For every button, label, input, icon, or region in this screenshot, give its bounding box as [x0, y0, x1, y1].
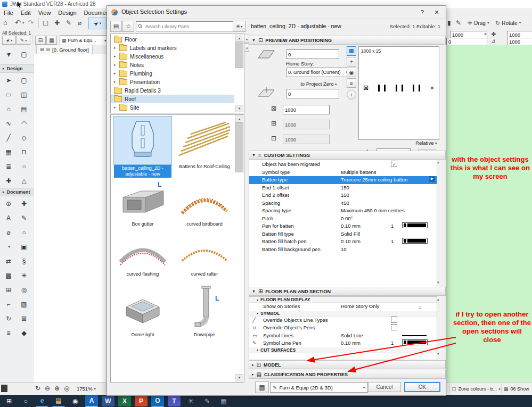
scroll-down-icon[interactable]: ▾	[437, 352, 439, 356]
menu-edit[interactable]: Edit	[17, 9, 35, 16]
pen-icon[interactable]: ▮	[447, 19, 451, 27]
library-part[interactable]: curved flashing	[112, 232, 174, 283]
expand-icon[interactable]: ▸	[114, 105, 119, 110]
folder-row[interactable]: ▸Miscellaneous	[111, 52, 234, 61]
pen-swatch[interactable]	[402, 238, 428, 244]
taskbar-icon-settings[interactable]: ✳	[184, 396, 197, 406]
add-icon[interactable]: ✚	[54, 19, 60, 27]
folder-row-selected[interactable]: ▸Roof	[111, 95, 234, 103]
taskbar-icon-word[interactable]: W	[102, 396, 114, 406]
document-tool-icon[interactable]: ⊞	[2, 283, 15, 297]
zone-colours-button[interactable]: ▢ Zone colours - tr... ▸	[449, 384, 503, 393]
close-button[interactable]: ✕	[432, 8, 441, 16]
section-floor-plan[interactable]: ▼ ⊞ FLOOR PLAN AND SECTION	[249, 287, 446, 296]
setting-row[interactable]: Batten fill hatch pen0.10 mm1	[249, 238, 437, 246]
scrollbar-thumb[interactable]	[235, 122, 243, 172]
library-part[interactable]: Downpipe	[174, 283, 235, 348]
crosshair-icon[interactable]: ✚	[491, 31, 496, 38]
taskbar-icon-start[interactable]: ⊞	[3, 396, 15, 406]
home-story-icon[interactable]: ⌂	[419, 303, 422, 311]
angle-icon[interactable]: ⊿	[491, 38, 495, 44]
section-model[interactable]: ▸ ⊡ MODEL	[249, 360, 446, 369]
document-tool-icon[interactable]: ⇄	[2, 254, 15, 268]
setting-row[interactable]: Batten fill typeSolid Fill	[249, 230, 437, 238]
subsection-floor-plan-display[interactable]: ▾ FLOOR PLAN DISPLAY	[249, 297, 437, 303]
arrow-tool-button[interactable]: ➤ ▾	[88, 18, 107, 29]
design-tool-icon[interactable]: ∿	[2, 116, 15, 130]
pen-swatch[interactable]	[402, 339, 428, 345]
scroll-up-icon[interactable]: ▴	[437, 160, 439, 164]
quick-layer-combo[interactable]: ▦ Furn & Equ... ▸	[60, 35, 109, 45]
document-tool-icon[interactable]: ⌐	[2, 297, 15, 311]
folder-row[interactable]: ▸Site	[111, 103, 234, 112]
preview-3d-button[interactable]: ◉	[347, 68, 356, 77]
coordinate-field-x[interactable]: 1000	[450, 31, 487, 38]
design-tool-icon[interactable]: ▦	[2, 145, 15, 159]
document-tool-icon[interactable]: ○	[17, 225, 31, 239]
document-tool-icon[interactable]: ◎	[17, 283, 31, 297]
subsection-symbol[interactable]: ▾ SYMBOL	[249, 311, 437, 317]
design-tool-icon[interactable]: ✚	[2, 173, 15, 188]
expand-icon[interactable]: ▸	[114, 63, 119, 67]
favorites-button[interactable]: ☆	[122, 21, 134, 32]
taskbar-icon-search[interactable]: ○	[19, 396, 32, 406]
document-tool-icon[interactable]: ✎	[17, 211, 31, 225]
scroll-up-button[interactable]: ▴	[235, 35, 243, 42]
document-tool-icon[interactable]: §	[17, 254, 31, 268]
design-tool-icon[interactable]: ▤	[17, 102, 31, 116]
chevron-right-icon[interactable]: ▸	[485, 31, 487, 36]
preview-2d-button[interactable]	[347, 46, 356, 56]
checkbox-unchecked[interactable]	[391, 324, 397, 330]
scroll-up-button[interactable]: ▴	[235, 115, 243, 123]
ok-button[interactable]: OK	[404, 382, 440, 392]
taskbar-icon-chrome[interactable]: ◉	[69, 396, 81, 406]
expand-icon[interactable]: ▸	[114, 46, 119, 50]
preview-list-button[interactable]: ≡	[347, 78, 356, 88]
scroll-down-button[interactable]: ▾	[235, 105, 243, 112]
expand-icon[interactable]: ▸	[114, 71, 119, 76]
coordinate-field-b[interactable]: 1000	[507, 38, 532, 45]
document-tool-icon[interactable]: ✚	[17, 196, 31, 211]
document-tool-icon[interactable]: ⌀	[2, 225, 15, 239]
document-tool-icon[interactable]: ▣	[17, 239, 31, 254]
taskbar-icon-paint[interactable]: ✎	[201, 396, 214, 406]
setting-row-selected[interactable]: Batten typeTruecore 25mm ceiling batten▶	[249, 176, 437, 184]
setting-row[interactable]: ✎ Symbol Line Pen 0.10 mm 1	[249, 339, 437, 347]
setting-row[interactable]: Pen for batten0.10 mm1	[249, 222, 437, 230]
info-button[interactable]: i	[347, 90, 356, 99]
setting-row[interactable]: Batten fill background pen10	[249, 246, 437, 254]
selection-dropdown[interactable]: ➤ ▾	[2, 36, 16, 45]
pencil-icon[interactable]: ✎	[66, 19, 71, 27]
document-tool-icon[interactable]: ↻	[2, 311, 15, 326]
design-tool-icon[interactable]: ◫	[17, 87, 31, 102]
grid-button[interactable]: ⊟	[35, 36, 46, 45]
search-input[interactable]	[144, 23, 233, 30]
library-part[interactable]: Box gutter	[112, 184, 174, 232]
coordinate-field-a[interactable]: 1000	[507, 31, 532, 38]
layer-combo[interactable]: ✎ Furn & Equip (2D & 3D) ▸	[270, 382, 368, 393]
design-tool-icon[interactable]: ≣	[2, 159, 15, 173]
setting-row[interactable]: Pitch0.00°	[249, 215, 437, 223]
zoom-in-icon[interactable]: ⊕	[54, 385, 60, 392]
taskbar-icon-excel[interactable]: X	[118, 396, 131, 406]
project-zero-field[interactable]: 0	[286, 89, 339, 98]
setting-row[interactable]: Symbol typeMultiple battens	[249, 169, 437, 177]
brush-icon[interactable]: ✎	[456, 19, 461, 27]
scroll-down-button[interactable]: ▾	[235, 374, 243, 381]
width-field[interactable]: 1000	[283, 120, 330, 129]
document-tool-icon[interactable]: ◆	[17, 326, 31, 340]
setting-row[interactable]: Spacing450	[249, 200, 437, 207]
setting-row[interactable]: ∪ Override Object's Pens	[249, 324, 437, 332]
cancel-button[interactable]: Cancel	[368, 382, 401, 392]
library-part[interactable]: curved rafter	[174, 232, 235, 283]
magnifier-icon[interactable]: ◎	[64, 385, 69, 392]
menu-file[interactable]: File	[0, 9, 17, 16]
home-story-select[interactable]: 0. Ground floor (Current) ▾	[286, 68, 350, 77]
design-tool-icon[interactable]: ◠	[17, 116, 31, 130]
folder-row[interactable]: ▸Labels and markers	[111, 44, 234, 52]
document-tool-icon[interactable]: ◔	[2, 239, 15, 254]
document-tool-icon[interactable]: ⊕	[2, 196, 15, 211]
taskbar-icon-file-explorer[interactable]: ▤	[52, 395, 65, 407]
layers-button[interactable]: ▦	[46, 36, 57, 45]
setting-row[interactable]: ▭ Symbol Lines Solid Line	[249, 332, 437, 340]
